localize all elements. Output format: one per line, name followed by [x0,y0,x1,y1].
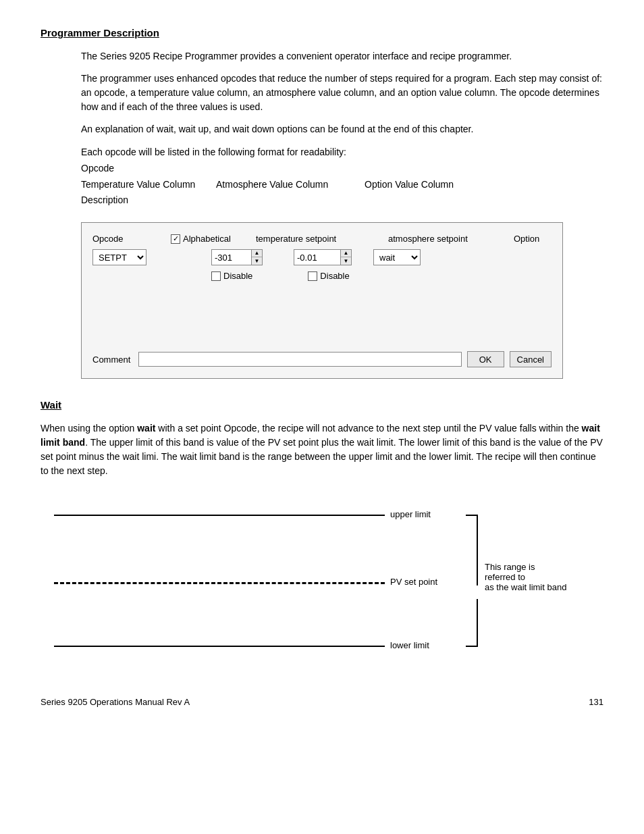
ok-button[interactable]: OK [467,351,504,367]
upper-limit-label: upper limit [390,509,431,519]
opcode-select[interactable]: SETPT [92,249,146,265]
alphabetical-checkbox[interactable]: ✓ [171,234,180,244]
dialog-spacer [92,284,552,338]
cancel-button[interactable]: Cancel [510,351,552,367]
temp-spin-arrows: ▲ ▼ [252,249,263,265]
pv-setpoint-label: PV set point [390,577,437,587]
dialog-footer: Comment OK Cancel [92,351,552,367]
atm-down-arrow[interactable]: ▼ [341,257,351,265]
format-columns-row: Temperature Value Column Atmosphere Valu… [81,177,603,193]
bracket-tick-bottom [466,646,478,647]
disable-row: Disable Disable [92,271,552,281]
wait-title: Wait [41,399,603,411]
temp-disable-checkbox[interactable] [211,271,221,281]
atm-input-group: -0.01 ▲ ▼ [294,249,352,265]
col-header-atm: atmosphere setpoint [388,234,510,244]
wait-text-1: When using the option [41,423,137,434]
option-select-wrapper: wait [373,249,421,265]
bracket-top-vert [477,515,478,585]
temp-disable-label: Disable [223,271,252,281]
format-line-intro: Each opcode will be listed in the follow… [81,145,603,161]
atm-up-arrow[interactable]: ▲ [341,250,351,257]
atm-spin-arrows: ▲ ▼ [341,249,352,265]
lower-limit-line [54,646,385,647]
footer-page-number: 131 [589,697,603,707]
atm-disable-checkbox[interactable] [308,271,317,281]
wait-text-2: with a set point Opcode, the recipe will… [155,423,581,434]
format-atm-col: Atmosphere Value Column [216,177,365,193]
col-header-opcode: Opcode [92,234,167,244]
comment-label: Comment [92,355,133,365]
footer-left: Series 9205 Operations Manual Rev A [41,697,190,707]
wait-text-3: . The upper limit of this band is value … [41,437,603,476]
pv-setpoint-line [54,582,385,584]
wait-section: Wait When using the option wait with a s… [41,399,603,670]
programmer-description-section: Programmer Description The Series 9205 R… [41,27,603,379]
format-block: Each opcode will be listed in the follow… [81,145,603,209]
bracket-bottom-vert [477,599,478,646]
setpt-dialog: Opcode ✓ Alphabetical temperature setpoi… [81,222,563,379]
format-opcode-line: Opcode [81,161,603,177]
option-select[interactable]: wait [373,249,421,265]
wait-body: When using the option wait with a set po… [41,421,603,478]
atm-disable-label: Disable [320,271,349,281]
format-temp-col: Temperature Value Column [81,177,216,193]
lower-limit-label: lower limit [390,640,429,650]
paragraph-3: An explanation of wait, wait up, and wai… [81,122,603,136]
wait-diagram: upper limit PV set point lower limit Thi… [54,494,567,670]
range-label: This range is referred toas the wait lim… [485,562,567,592]
opcode-select-wrapper: SETPT [92,249,167,265]
page-footer: Series 9205 Operations Manual Rev A 131 [41,697,603,707]
paragraph-1: The Series 9205 Recipe Programmer provid… [81,49,603,63]
temp-down-arrow[interactable]: ▼ [252,257,262,265]
col-header-option: Option [514,234,539,244]
dialog-header-row: Opcode ✓ Alphabetical temperature setpoi… [92,234,552,244]
temp-input[interactable]: -301 [211,249,252,265]
atm-disable-wrapper: Disable [308,271,349,281]
upper-limit-line [54,515,385,516]
wait-bold-1: wait [137,423,155,434]
format-desc-line: Description [81,192,603,209]
format-opt-col: Option Value Column [365,177,454,193]
col-header-temp: temperature setpoint [256,234,384,244]
bracket-tick-top [466,515,478,516]
temp-up-arrow[interactable]: ▲ [252,250,262,257]
temp-input-group: -301 ▲ ▼ [211,249,263,265]
temp-disable-wrapper: Disable [211,271,252,281]
section-title-programmer: Programmer Description [41,27,603,38]
col-header-alphabetical: Alphabetical [183,234,231,244]
atm-input[interactable]: -0.01 [294,249,341,265]
comment-input[interactable] [138,352,462,367]
paragraph-2: The programmer uses enhanced opcodes tha… [81,72,603,114]
dialog-input-row: SETPT -301 ▲ ▼ -0.01 ▲ ▼ [92,249,552,265]
